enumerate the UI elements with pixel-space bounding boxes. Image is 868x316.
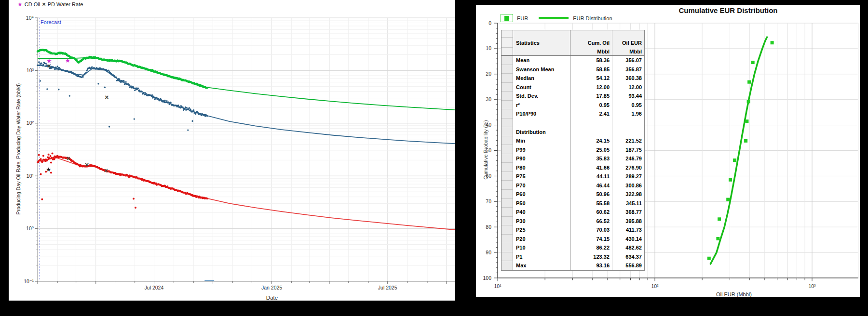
y-tick-label: 0 <box>479 20 491 26</box>
table-row: P1086.22482.62 <box>502 243 644 252</box>
row-gutter <box>502 65 513 74</box>
stat-label: Distribution <box>513 127 570 136</box>
table-row: r²0.950.95 <box>502 101 644 110</box>
statistics-table: StatisticsCum. OilOil EURMbblMbblMean58.… <box>501 30 645 271</box>
table-row: Count12.0012.00 <box>502 83 644 92</box>
y-tick-label: 70 <box>479 198 491 204</box>
row-gutter <box>502 199 513 208</box>
cum-oil-value: 35.83 <box>570 154 612 163</box>
table-row <box>502 118 644 128</box>
legend-eur-distribution[interactable]: EUR Distribution <box>573 15 612 21</box>
cum-oil-value: 25.05 <box>570 145 612 154</box>
table-row: P6050.96322.98 <box>502 190 644 199</box>
oil-eur-value: 430.14 <box>612 235 644 244</box>
row-gutter <box>502 252 513 262</box>
row-gutter <box>502 217 513 226</box>
oil-eur-value: 289.27 <box>612 172 644 181</box>
row-gutter <box>502 74 513 83</box>
cum-oil-value: 46.44 <box>570 181 612 190</box>
table-row: P1123.32634.37 <box>502 252 644 262</box>
row-gutter <box>502 92 513 101</box>
stat-label: P60 <box>513 190 570 199</box>
cum-oil-value <box>570 118 612 128</box>
oil-eur-value: 556.89 <box>612 261 644 270</box>
gridlines <box>38 18 455 281</box>
y-tick-label: 60 <box>479 173 491 179</box>
x-tick-label: 10³ <box>802 283 822 289</box>
row-gutter <box>502 56 513 65</box>
decline-chart-panel: ★★×××××★ ★ CD Oil × PD Water Rate Foreca… <box>9 0 455 301</box>
table-row: P8041.66276.90 <box>502 163 644 172</box>
table-row: StatisticsCum. OilOil EUR <box>502 38 644 48</box>
row-gutter <box>502 101 513 110</box>
oil-eur-value: 356.87 <box>612 65 644 74</box>
svg-text:×: × <box>85 161 89 169</box>
oil-eur-value: 300.86 <box>612 181 644 190</box>
table-row: Median54.12360.38 <box>502 74 644 83</box>
y-tick-label: 20 <box>479 71 491 77</box>
eur-distribution-panel: Cumulative EUR Distribution EUR EUR Dist… <box>476 5 860 297</box>
line-icon <box>539 17 569 19</box>
table-row: Std. Dev.17.8593.44 <box>502 92 644 101</box>
y-tick-label: 10 <box>479 45 491 51</box>
legend-pd-water-rate[interactable]: PD Water Rate <box>48 1 83 7</box>
legend-eur[interactable]: EUR <box>517 15 528 21</box>
stat-label <box>513 48 570 55</box>
x-icon: × <box>42 1 46 7</box>
row-gutter <box>502 30 513 38</box>
table-row: P7046.44300.86 <box>502 181 644 190</box>
oil-eur-value: 360.38 <box>612 74 644 83</box>
cum-oil-value: 93.16 <box>570 261 612 270</box>
secondary-oil-rate-series <box>37 153 455 230</box>
cum-oil-value: 123.32 <box>570 252 612 262</box>
oil-eur-value: 221.52 <box>612 136 644 145</box>
row-gutter <box>502 243 513 252</box>
row-gutter <box>502 261 513 270</box>
chart-title: Cumulative EUR Distribution <box>583 6 860 14</box>
cum-oil-value: 44.11 <box>570 172 612 181</box>
stat-label: P70 <box>513 181 570 190</box>
oil-eur-value: Oil EUR <box>612 38 644 48</box>
stat-label: r² <box>513 101 570 110</box>
table-row: MbblMbbl <box>502 48 644 56</box>
cum-oil-value <box>570 30 612 38</box>
x-axis-title: Date <box>258 295 286 301</box>
stat-label: P30 <box>513 217 570 226</box>
x-axis-title: Oil EUR (Mbbl) <box>686 291 782 297</box>
cum-oil-value: Mbbl <box>570 48 612 55</box>
svg-text:★: ★ <box>65 57 71 64</box>
svg-text:×: × <box>105 93 108 101</box>
forecast-annotation: Forecast <box>41 19 61 25</box>
oil-eur-value: 356.07 <box>612 56 644 65</box>
row-gutter <box>502 181 513 190</box>
x-tick-label: 10² <box>645 283 665 289</box>
table-row: P5055.58345.11 <box>502 199 644 208</box>
oil-eur-value: 634.37 <box>612 252 644 262</box>
row-gutter <box>502 127 513 136</box>
y-tick-label: 40 <box>479 122 491 128</box>
oil-eur-value <box>612 118 644 128</box>
stat-label: P10/P90 <box>513 109 570 118</box>
oil-eur-value: 276.90 <box>612 163 644 172</box>
cum-oil-value: 74.15 <box>570 235 612 244</box>
table-row: P9035.83246.79 <box>502 154 644 163</box>
stat-label: Std. Dev. <box>513 92 570 101</box>
row-gutter <box>502 172 513 181</box>
table-row: Distribution <box>502 127 644 136</box>
stat-label <box>513 30 570 38</box>
oil-eur-value: 187.75 <box>612 145 644 154</box>
table-row: P2074.15430.14 <box>502 235 644 244</box>
row-gutter <box>502 48 513 55</box>
cum-oil-value: Cum. Oil <box>570 38 612 48</box>
decline-plot: ★★×××××★ <box>9 0 455 301</box>
stat-label: P20 <box>513 235 570 244</box>
legend-cd-oil[interactable]: CD Oil <box>25 1 40 7</box>
row-gutter <box>502 154 513 163</box>
eur-marker-box <box>501 14 513 22</box>
row-gutter <box>502 163 513 172</box>
y-tick-label: 50 <box>479 147 491 153</box>
cum-oil-value: 2.41 <box>570 109 612 118</box>
oil-eur-value: 482.62 <box>612 243 644 252</box>
table-row: Max93.16556.89 <box>502 261 644 270</box>
cum-oil-value: 17.85 <box>570 92 612 101</box>
